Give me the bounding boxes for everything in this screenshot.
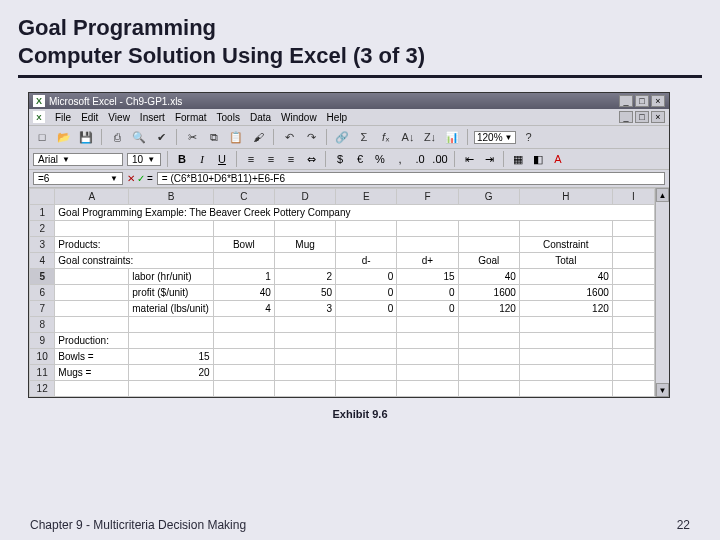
- vertical-scrollbar[interactable]: ▲ ▼: [655, 188, 669, 397]
- select-all-corner[interactable]: [30, 189, 55, 205]
- cell-H3[interactable]: Constraint: [519, 237, 612, 253]
- sort-desc-icon[interactable]: Z↓: [421, 128, 439, 146]
- cell-B5[interactable]: labor (hr/unit): [129, 269, 213, 285]
- menu-help[interactable]: Help: [327, 112, 348, 123]
- cell-A4[interactable]: Goal constraints:: [55, 253, 213, 269]
- cell-C7[interactable]: 4: [213, 301, 274, 317]
- cancel-formula-icon[interactable]: ✕: [127, 173, 135, 184]
- italic-button[interactable]: I: [194, 151, 210, 167]
- doc-restore-button[interactable]: □: [635, 111, 649, 123]
- chart-icon[interactable]: 📊: [443, 128, 461, 146]
- menu-insert[interactable]: Insert: [140, 112, 165, 123]
- col-header-A[interactable]: A: [55, 189, 129, 205]
- underline-button[interactable]: U: [214, 151, 230, 167]
- spelling-icon[interactable]: ✔: [152, 128, 170, 146]
- cell-C5[interactable]: 1: [213, 269, 274, 285]
- new-icon[interactable]: □: [33, 128, 51, 146]
- function-icon[interactable]: fₓ: [377, 128, 395, 146]
- font-size-select[interactable]: 10 ▼: [127, 153, 161, 166]
- col-header-C[interactable]: C: [213, 189, 274, 205]
- menu-data[interactable]: Data: [250, 112, 271, 123]
- cell-A10[interactable]: Bowls =: [55, 349, 129, 365]
- cell-G4[interactable]: Goal: [458, 253, 519, 269]
- cell-D7[interactable]: 3: [274, 301, 335, 317]
- cell-H7[interactable]: 120: [519, 301, 612, 317]
- col-header-I[interactable]: I: [612, 189, 654, 205]
- increase-decimal-icon[interactable]: .0: [412, 151, 428, 167]
- cell-D6[interactable]: 50: [274, 285, 335, 301]
- row-header-7[interactable]: 7: [30, 301, 55, 317]
- cell-D5[interactable]: 2: [274, 269, 335, 285]
- decrease-decimal-icon[interactable]: .00: [432, 151, 448, 167]
- row-header-10[interactable]: 10: [30, 349, 55, 365]
- row-header-2[interactable]: 2: [30, 221, 55, 237]
- cell-E5[interactable]: 0: [336, 269, 397, 285]
- menu-window[interactable]: Window: [281, 112, 317, 123]
- currency-icon[interactable]: $: [332, 151, 348, 167]
- cell-A9[interactable]: Production:: [55, 333, 129, 349]
- col-header-D[interactable]: D: [274, 189, 335, 205]
- save-icon[interactable]: 💾: [77, 128, 95, 146]
- redo-icon[interactable]: ↷: [302, 128, 320, 146]
- percent-icon[interactable]: %: [372, 151, 388, 167]
- close-button[interactable]: ×: [651, 95, 665, 107]
- comma-icon[interactable]: ,: [392, 151, 408, 167]
- cell-F6[interactable]: 0: [397, 285, 458, 301]
- format-painter-icon[interactable]: 🖌: [249, 128, 267, 146]
- undo-icon[interactable]: ↶: [280, 128, 298, 146]
- row-header-6[interactable]: 6: [30, 285, 55, 301]
- minimize-button[interactable]: _: [619, 95, 633, 107]
- print-icon[interactable]: ⎙: [108, 128, 126, 146]
- borders-icon[interactable]: ▦: [510, 151, 526, 167]
- align-center-icon[interactable]: ≡: [263, 151, 279, 167]
- cell-B7[interactable]: material (lbs/unit): [129, 301, 213, 317]
- row-header-8[interactable]: 8: [30, 317, 55, 333]
- cell-G5[interactable]: 40: [458, 269, 519, 285]
- cell-D3[interactable]: Mug: [274, 237, 335, 253]
- bold-button[interactable]: B: [174, 151, 190, 167]
- equals-icon[interactable]: =: [147, 173, 153, 184]
- cell-B10[interactable]: 15: [129, 349, 213, 365]
- cell-H4[interactable]: Total: [519, 253, 612, 269]
- menu-tools[interactable]: Tools: [217, 112, 240, 123]
- cell-F7[interactable]: 0: [397, 301, 458, 317]
- enter-formula-icon[interactable]: ✓: [137, 173, 145, 184]
- sort-asc-icon[interactable]: A↓: [399, 128, 417, 146]
- copy-icon[interactable]: ⧉: [205, 128, 223, 146]
- col-header-E[interactable]: E: [336, 189, 397, 205]
- cell-G6[interactable]: 1600: [458, 285, 519, 301]
- paste-icon[interactable]: 📋: [227, 128, 245, 146]
- doc-minimize-button[interactable]: _: [619, 111, 633, 123]
- zoom-select[interactable]: 120% ▼: [474, 131, 516, 144]
- scroll-up-icon[interactable]: ▲: [656, 188, 669, 202]
- open-icon[interactable]: 📂: [55, 128, 73, 146]
- row-header-9[interactable]: 9: [30, 333, 55, 349]
- row-header-3[interactable]: 3: [30, 237, 55, 253]
- cell-A11[interactable]: Mugs =: [55, 365, 129, 381]
- cell-E7[interactable]: 0: [336, 301, 397, 317]
- cell-H5[interactable]: 40: [519, 269, 612, 285]
- col-header-H[interactable]: H: [519, 189, 612, 205]
- cell-H6[interactable]: 1600: [519, 285, 612, 301]
- menu-format[interactable]: Format: [175, 112, 207, 123]
- col-header-F[interactable]: F: [397, 189, 458, 205]
- menu-edit[interactable]: Edit: [81, 112, 98, 123]
- cut-icon[interactable]: ✂: [183, 128, 201, 146]
- spreadsheet-grid[interactable]: A B C D E F G H I 1 Goal Programming Exa…: [29, 188, 655, 397]
- cell-E6[interactable]: 0: [336, 285, 397, 301]
- row-header-11[interactable]: 11: [30, 365, 55, 381]
- cell-C3[interactable]: Bowl: [213, 237, 274, 253]
- cell-B11[interactable]: 20: [129, 365, 213, 381]
- font-select[interactable]: Arial ▼: [33, 153, 123, 166]
- cell-G7[interactable]: 120: [458, 301, 519, 317]
- cell-E4[interactable]: d-: [336, 253, 397, 269]
- euro-icon[interactable]: €: [352, 151, 368, 167]
- help-icon[interactable]: ?: [520, 128, 538, 146]
- cell-B6[interactable]: profit ($/unit): [129, 285, 213, 301]
- autosum-icon[interactable]: Σ: [355, 128, 373, 146]
- cell-C6[interactable]: 40: [213, 285, 274, 301]
- doc-close-button[interactable]: ×: [651, 111, 665, 123]
- font-color-icon[interactable]: A: [550, 151, 566, 167]
- align-left-icon[interactable]: ≡: [243, 151, 259, 167]
- cell-F4[interactable]: d+: [397, 253, 458, 269]
